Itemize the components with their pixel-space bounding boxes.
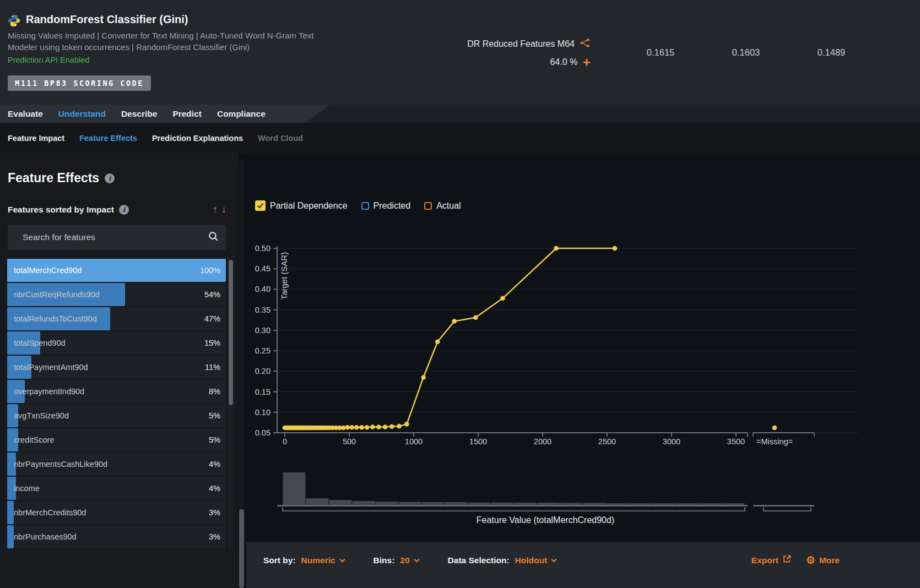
gear-icon: ⚙: [806, 555, 815, 565]
page-title: Feature Effects: [8, 171, 99, 186]
model-header: RandomForest Classifier (Gini) Missing V…: [0, 0, 920, 105]
model-subtitle-line2: Modeler using token occurrences | Random…: [8, 41, 250, 53]
feature-row-totalrefundstocust90d[interactable]: totalRefundsToCust90d47%: [7, 307, 226, 330]
export-icon: [782, 554, 792, 566]
impact-bar: [7, 501, 14, 524]
legend-label: Actual: [436, 201, 461, 211]
export-button[interactable]: Export: [751, 554, 792, 566]
feature-row-overpaymentind90d[interactable]: overpaymentInd90d8%: [7, 380, 226, 403]
model-subtitle-line1: Missing Values Imputed | Converter for T…: [8, 30, 314, 41]
more-button[interactable]: ⚙ More: [806, 555, 840, 565]
legend-label: Predicted: [374, 201, 411, 211]
feature-row-creditscore[interactable]: creditScore5%: [7, 428, 226, 451]
data-selection-label: Data Selection:: [448, 556, 510, 565]
impact-percent: 54%: [204, 283, 220, 306]
feature-name: totalPaymentAmt90d: [14, 356, 88, 379]
feature-search-box[interactable]: [8, 225, 226, 250]
impact-percent: 3%: [209, 525, 220, 548]
feature-row-nbrmerchcredits90d[interactable]: nbrMerchCredits90d3%: [7, 501, 226, 524]
app-window: RandomForest Classifier (Gini) Missing V…: [0, 0, 920, 588]
info-icon[interactable]: [105, 173, 115, 183]
feature-row-totalmerchcred90d[interactable]: totalMerchCred90d100%: [7, 259, 226, 282]
feature-name: nbrCustReqRefunds90d: [14, 283, 100, 306]
feature-row-nbrcustreqrefunds90d[interactable]: nbrCustReqRefunds90d54%: [7, 283, 226, 306]
impact-percent: 47%: [204, 307, 220, 330]
feature-name: overpaymentInd90d: [14, 380, 84, 403]
metric-score: 0.1603: [729, 47, 763, 58]
feature-name: income: [14, 477, 40, 500]
bins-label: Bins:: [374, 556, 395, 565]
chevron-down-icon[interactable]: [414, 558, 420, 563]
feature-row-totalspend90d[interactable]: totalSpend90d15%: [7, 331, 226, 355]
metric-score: 0.1489: [814, 47, 848, 58]
prediction-api-status: Prediction API Enabled: [8, 56, 89, 64]
feature-row-nbrpurchases90d[interactable]: nbrPurchases90d3%: [7, 525, 226, 548]
feature-name: totalMerchCred90d: [14, 259, 82, 282]
sort-by-select[interactable]: Numeric: [301, 556, 335, 565]
legend-item-partial-dependence[interactable]: Partial Dependence: [255, 200, 348, 211]
feature-name: avgTxnSize90d: [14, 404, 69, 427]
impact-percent: 4%: [209, 453, 220, 476]
feature-name: totalRefundsToCust90d: [14, 307, 97, 330]
tab-evaluate[interactable]: Evaluate: [8, 109, 43, 119]
feature-row-nbrpaymentscashlike90d[interactable]: nbrPaymentsCashLike90d4%: [7, 453, 226, 476]
info-icon[interactable]: [119, 205, 129, 215]
panel-scrollbar-thumb[interactable]: [239, 509, 244, 588]
feature-name: nbrMerchCredits90d: [14, 501, 86, 524]
feature-list-scrollbar-thumb[interactable]: [229, 260, 233, 405]
impact-percent: 5%: [209, 428, 220, 451]
subtab-feature-impact[interactable]: Feature Impact: [8, 134, 64, 143]
feature-name: totalSpend90d: [14, 331, 66, 355]
model-lineage-icon[interactable]: [580, 38, 591, 50]
x-axis-title: Feature Value (totalMerchCred90d): [331, 515, 760, 525]
subtab-bar: Feature ImpactFeature EffectsPrediction …: [0, 123, 920, 153]
features-sort-header: Features sorted by Impact ↑ ↓: [8, 204, 226, 215]
impact-bar: [7, 525, 14, 548]
legend-item-actual[interactable]: Actual: [424, 201, 461, 211]
feature-list-name[interactable]: DR Reduced Features M64: [467, 39, 575, 49]
legend-label: Partial Dependence: [270, 201, 348, 211]
impact-percent: 5%: [209, 404, 220, 427]
tab-predict[interactable]: Predict: [172, 109, 202, 119]
impact-percent: 3%: [209, 501, 220, 524]
subtab-feature-effects[interactable]: Feature Effects: [79, 134, 137, 143]
scoring-code-badge[interactable]: M111 BP83 SCORING CODE: [8, 75, 151, 91]
checkbox-unchecked-icon[interactable]: [424, 202, 432, 210]
add-sample-size-icon[interactable]: +: [582, 57, 591, 67]
subtab-word-cloud[interactable]: Word Cloud: [258, 134, 303, 143]
python-blueprint-icon: [8, 14, 20, 29]
search-icon[interactable]: [208, 231, 219, 244]
impact-percent: 11%: [205, 356, 220, 379]
tab-understand[interactable]: Understand: [58, 109, 106, 119]
impact-percent: 8%: [209, 380, 220, 403]
impact-percent: 15%: [204, 331, 220, 355]
sort-ascending-icon[interactable]: ↑: [213, 204, 218, 215]
feature-row-totalpaymentamt90d[interactable]: totalPaymentAmt90d11%: [7, 356, 226, 379]
feature-name: creditScore: [14, 428, 54, 451]
impact-percent: 100%: [200, 259, 220, 282]
sort-descending-icon[interactable]: ↓: [221, 204, 226, 215]
feature-search-input[interactable]: [15, 232, 208, 243]
model-title: RandomForest Classifier (Gini): [26, 13, 188, 26]
tab-compliance[interactable]: Compliance: [217, 109, 266, 119]
model-metric-scores: 0.16150.16030.1489: [643, 47, 848, 58]
tab-bar: EvaluateUnderstandDescribePredictComplia…: [0, 105, 920, 123]
checkbox-unchecked-icon[interactable]: [361, 202, 369, 210]
bins-select[interactable]: 20: [400, 556, 409, 565]
feature-row-avgtxnsize90d[interactable]: avgTxnSize90d5%: [7, 404, 226, 427]
metric-score: 0.1615: [643, 47, 678, 58]
feature-row-income[interactable]: income4%: [7, 477, 226, 500]
impact-percent: 4%: [209, 477, 220, 500]
page-title-row: Feature Effects: [8, 171, 115, 186]
main-tab-row: EvaluateUnderstandDescribePredictComplia…: [0, 105, 920, 123]
chevron-down-icon[interactable]: [551, 558, 557, 563]
checkbox-checked-icon[interactable]: [255, 200, 266, 211]
subtab-prediction-explanations[interactable]: Prediction Explanations: [152, 134, 243, 143]
data-selection-select[interactable]: Holdout: [515, 556, 548, 565]
sort-by-label: Sort by:: [263, 556, 296, 565]
tab-describe[interactable]: Describe: [121, 109, 157, 119]
legend-item-predicted[interactable]: Predicted: [361, 201, 411, 211]
chart-legend: Partial DependencePredictedActual: [255, 200, 461, 211]
chevron-down-icon[interactable]: [339, 558, 345, 563]
features-sort-label: Features sorted by Impact: [8, 205, 129, 215]
